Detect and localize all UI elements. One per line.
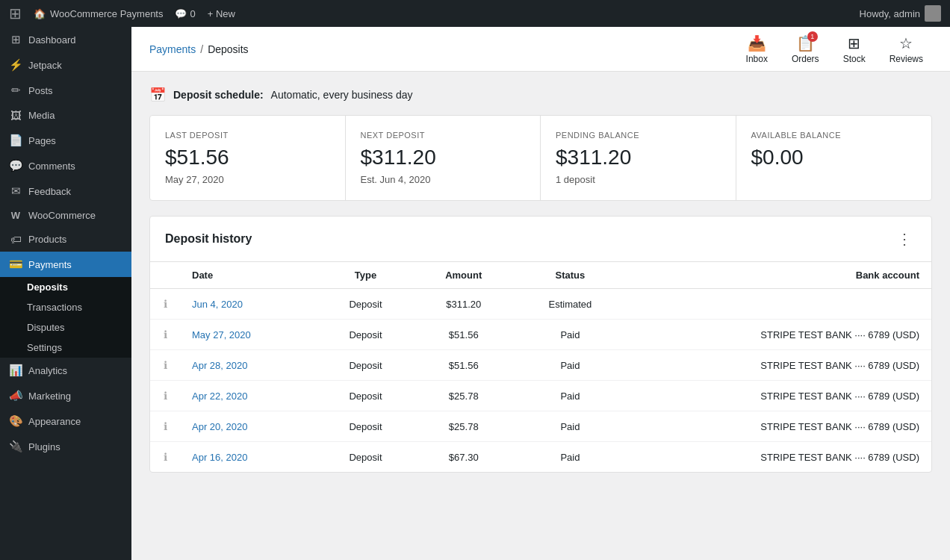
row-date: Apr 20, 2020 (180, 411, 318, 442)
page-content: 📅 Deposit schedule: Automatic, every bus… (131, 72, 950, 488)
stat-pending-balance: PENDING BALANCE $311.20 1 deposit (541, 116, 736, 200)
stat-pending-balance-value: $311.20 (556, 146, 721, 169)
row-status: Paid (514, 350, 626, 381)
row-bank (626, 289, 931, 320)
info-circle-icon: ℹ (164, 329, 167, 340)
comments-icon: 💬 (9, 159, 22, 172)
sidebar-item-disputes[interactable]: Disputes (0, 317, 131, 337)
row-date: Jun 4, 2020 (180, 289, 318, 320)
info-circle-icon: ℹ (164, 298, 167, 310)
table-row: ℹ Jun 4, 2020 Deposit $311.20 Estimated (150, 289, 931, 320)
sidebar-item-analytics[interactable]: 📊 Analytics (0, 358, 131, 383)
info-circle-icon: ℹ (164, 451, 167, 463)
row-type: Deposit (318, 320, 413, 350)
breadcrumb-current: Deposits (208, 43, 248, 55)
stat-last-deposit-sub: May 27, 2020 (165, 174, 330, 185)
stock-button[interactable]: ⊞ Stock (834, 30, 875, 69)
deposit-date-link[interactable]: Apr 22, 2020 (192, 391, 247, 402)
row-status: Paid (514, 381, 626, 411)
sidebar-item-plugins[interactable]: 🔌 Plugins (0, 434, 131, 459)
woocommerce-icon: W (9, 210, 22, 221)
row-status: Paid (514, 411, 626, 442)
sidebar-item-products[interactable]: 🏷 Products (0, 227, 131, 252)
deposit-history-table: Date Type Amount Status Bank account ℹ J… (150, 262, 931, 472)
table-row: ℹ Apr 28, 2020 Deposit $51.56 Paid STRIP… (150, 350, 931, 381)
payments-submenu: Deposits Transactions Disputes Settings (0, 277, 131, 358)
stat-available-balance: AVAILABLE BALANCE $0.00 (736, 116, 932, 200)
sidebar-item-posts[interactable]: ✏ Posts (0, 78, 131, 103)
reviews-button[interactable]: ☆ Reviews (881, 30, 932, 69)
deposit-date-link[interactable]: Jun 4, 2020 (192, 299, 243, 310)
sidebar-item-pages[interactable]: 📄 Pages (0, 128, 131, 153)
deposit-date-link[interactable]: Apr 16, 2020 (192, 452, 247, 463)
stat-next-deposit-sub: Est. Jun 4, 2020 (361, 174, 526, 185)
deposit-history-card: Deposit history ⋮ Date Type Amount Statu… (149, 216, 932, 473)
posts-icon: ✏ (9, 84, 22, 97)
sidebar-item-deposits[interactable]: Deposits (0, 277, 131, 297)
row-amount: $51.56 (413, 350, 514, 381)
row-amount: $311.20 (413, 289, 514, 320)
inbox-icon: 📥 (748, 34, 766, 52)
calendar-icon: 📅 (149, 87, 166, 103)
site-name[interactable]: 🏠 WooCommerce Payments (34, 8, 163, 19)
table-row: ℹ Apr 22, 2020 Deposit $25.78 Paid STRIP… (150, 381, 931, 411)
orders-button[interactable]: 📋 1 Orders (783, 30, 828, 69)
row-info-icon[interactable]: ℹ (150, 289, 180, 320)
sidebar-item-transactions[interactable]: Transactions (0, 297, 131, 317)
deposit-schedule-value: Automatic, every business day (271, 89, 413, 101)
reviews-icon: ☆ (899, 34, 913, 52)
col-info (150, 262, 180, 289)
comments-count[interactable]: 💬 0 (175, 8, 195, 19)
sidebar-item-feedback[interactable]: ✉ Feedback (0, 178, 131, 204)
stat-last-deposit-label: LAST DEPOSIT (165, 131, 330, 140)
products-icon: 🏷 (9, 233, 22, 246)
row-info-icon[interactable]: ℹ (150, 320, 180, 350)
stats-cards: LAST DEPOSIT $51.56 May 27, 2020 NEXT DE… (149, 115, 932, 201)
breadcrumb-parent-link[interactable]: Payments (149, 43, 196, 55)
row-info-icon[interactable]: ℹ (150, 350, 180, 381)
sidebar-item-comments[interactable]: 💬 Comments (0, 153, 131, 178)
col-type: Type (318, 262, 413, 289)
deposit-history-menu-button[interactable]: ⋮ (892, 228, 916, 249)
info-circle-icon: ℹ (164, 359, 167, 371)
orders-icon: 📋 1 (796, 34, 815, 52)
row-amount: $67.30 (413, 442, 514, 473)
deposit-date-link[interactable]: May 27, 2020 (192, 329, 251, 340)
sidebar-item-media[interactable]: 🖼 Media (0, 103, 131, 128)
analytics-icon: 📊 (9, 364, 22, 377)
row-amount: $51.56 (413, 320, 514, 350)
row-info-icon[interactable]: ℹ (150, 381, 180, 411)
row-info-icon[interactable]: ℹ (150, 411, 180, 442)
sidebar-item-appearance[interactable]: 🎨 Appearance (0, 408, 131, 434)
sidebar-item-jetpack[interactable]: ⚡ Jetpack (0, 52, 131, 78)
deposit-schedule: 📅 Deposit schedule: Automatic, every bus… (149, 87, 932, 103)
sidebar-item-dashboard[interactable]: ⊞ Dashboard (0, 27, 131, 52)
deposit-schedule-label: Deposit schedule: (173, 89, 264, 101)
stat-available-balance-value: $0.00 (751, 146, 917, 169)
row-info-icon[interactable]: ℹ (150, 442, 180, 473)
stat-available-balance-label: AVAILABLE BALANCE (751, 131, 917, 140)
new-button[interactable]: + New (208, 8, 235, 19)
row-status: Paid (514, 442, 626, 473)
row-type: Deposit (318, 411, 413, 442)
row-amount: $25.78 (413, 411, 514, 442)
sidebar-item-payments[interactable]: 💳 Payments (0, 252, 131, 277)
deposit-date-link[interactable]: Apr 28, 2020 (192, 360, 247, 371)
inbox-button[interactable]: 📥 Inbox (737, 30, 777, 69)
sidebar-item-woocommerce[interactable]: W WooCommerce (0, 204, 131, 227)
stat-pending-balance-sub: 1 deposit (556, 174, 721, 185)
info-circle-icon: ℹ (164, 420, 167, 432)
row-status: Paid (514, 320, 626, 350)
wp-logo-icon: ⊞ (9, 4, 22, 22)
stat-last-deposit-value: $51.56 (165, 146, 330, 169)
col-status: Status (514, 262, 626, 289)
top-bar: Payments / Deposits 📥 Inbox 📋 1 Orders (131, 27, 950, 72)
table-row: ℹ May 27, 2020 Deposit $51.56 Paid STRIP… (150, 320, 931, 350)
breadcrumb: Payments / Deposits (149, 43, 249, 55)
deposit-date-link[interactable]: Apr 20, 2020 (192, 421, 247, 432)
sidebar-item-marketing[interactable]: 📣 Marketing (0, 383, 131, 408)
sidebar-item-settings[interactable]: Settings (0, 337, 131, 358)
row-bank: STRIPE TEST BANK ···· 6789 (USD) (626, 442, 931, 473)
plugins-icon: 🔌 (9, 440, 22, 453)
breadcrumb-separator: / (200, 43, 203, 55)
